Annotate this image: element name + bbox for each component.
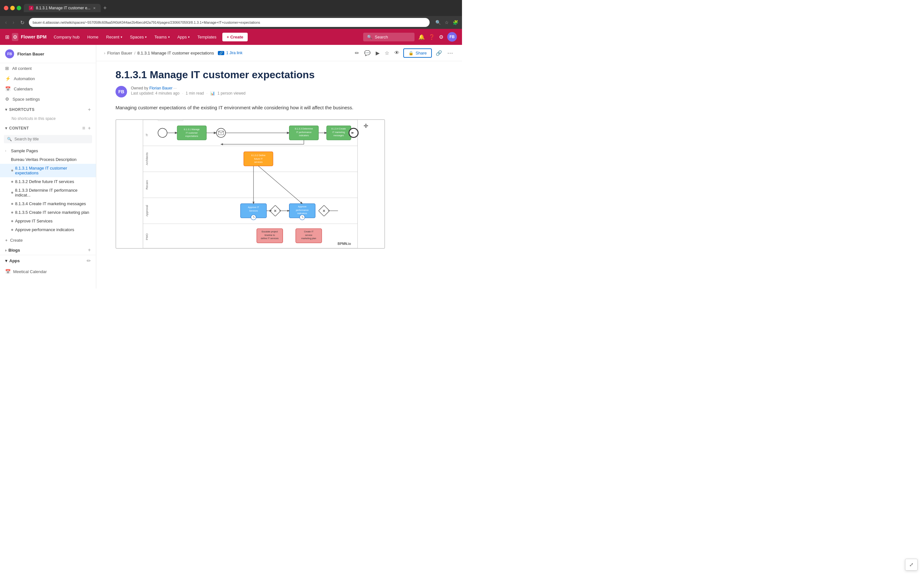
svg-point-19 <box>216 128 226 137</box>
sidebar-item-8133[interactable]: 8.1.3.3 Determine IT performance indicat… <box>0 186 96 199</box>
move-cursor-icon: ✛ <box>363 122 368 129</box>
close-dot[interactable] <box>4 6 8 10</box>
lightning-icon: ⚡ <box>5 76 11 81</box>
more-options-icon[interactable]: ⋯ <box>446 48 454 58</box>
new-tab-button[interactable]: + <box>103 5 107 11</box>
nav-right-area: 🔍 Search 🔔 ❓ ⚙ FB <box>363 32 457 42</box>
create-button[interactable]: + Create <box>222 33 248 41</box>
svg-text:performance: performance <box>296 209 309 211</box>
minimize-dot[interactable] <box>10 6 15 10</box>
apps-section-header: ▾ Apps ✏ <box>0 255 96 266</box>
search-box[interactable]: 🔍 Search <box>363 33 415 41</box>
sidebar-create-button[interactable]: + Create <box>0 235 96 245</box>
svg-rect-10 <box>143 224 357 248</box>
edit-apps-icon[interactable]: ✏ <box>87 258 91 264</box>
nav-home[interactable]: Home <box>84 33 102 41</box>
sidebar-tree: › Sample Pages Bureau Veritas Process De… <box>0 145 96 235</box>
sidebar-item-8134[interactable]: 8.1.3.4 Create IT marketing messages <box>0 199 96 208</box>
sidebar-app-meetical[interactable]: 📅 Meetical Calendar <box>0 266 96 277</box>
breadcrumb-parent[interactable]: Florian Bauer <box>107 51 132 55</box>
tab-close-button[interactable]: ✕ <box>93 6 95 10</box>
search-icon[interactable]: 🔍 <box>435 20 441 25</box>
share-label: Share <box>415 51 427 55</box>
sort-icon[interactable]: ≡ <box>82 125 85 131</box>
grid-icon[interactable]: ⊞ <box>5 34 9 40</box>
nav-apps[interactable]: Apps ▾ <box>174 33 193 41</box>
gear-icon[interactable]: ⚙ <box>12 33 18 41</box>
brand-name: Flower BPM <box>21 34 47 39</box>
calendar-app-icon: 📅 <box>5 269 11 274</box>
nav-templates[interactable]: Templates <box>194 33 220 41</box>
meta-more-icon[interactable]: ··· <box>174 86 177 90</box>
forward-button[interactable]: › <box>11 18 15 27</box>
refresh-button[interactable]: ↻ <box>19 18 26 27</box>
create-label: + Create <box>227 35 244 39</box>
bullet-icon <box>11 220 13 222</box>
sidebar-item-8131[interactable]: 8.1.3.1 Manage IT customer expectations <box>0 164 96 177</box>
add-content-icon[interactable]: + <box>88 125 91 131</box>
tree-item-label: Bureau Veritas Process Description <box>11 157 76 162</box>
share-button[interactable]: 🔒 Share <box>403 48 432 58</box>
help-icon[interactable]: ❓ <box>429 34 435 40</box>
notifications-icon[interactable]: 🔔 <box>418 34 425 40</box>
sidebar-item-label: Space settings <box>13 97 40 102</box>
author-avatar: FB <box>115 86 127 97</box>
sidebar-item-calendars[interactable]: 📅 Calendars <box>0 84 96 94</box>
svg-text:service: service <box>305 234 312 237</box>
browser-tab[interactable]: J 8.1.3.1 Manage IT customer e... ✕ <box>24 4 101 12</box>
link-icon[interactable]: 🔗 <box>435 49 443 57</box>
sidebar-search-area: 🔍 <box>0 133 96 145</box>
sidebar: FB Florian Bauer ⊞ All content ⚡ Automat… <box>0 45 96 288</box>
add-shortcut-icon[interactable]: + <box>88 107 91 113</box>
address-bar[interactable]: bauer-it.atlassian.net/wiki/spaces/~5570… <box>29 18 430 27</box>
breadcrumb-arrow-icon: › <box>104 51 105 55</box>
sidebar-item-8135[interactable]: 8.1.3.5 Create IT service marketing plan <box>0 208 96 217</box>
add-blog-icon[interactable]: + <box>88 247 91 253</box>
tree-item-label: 8.1.3.2 Define future IT services <box>15 179 74 184</box>
svg-text:Services: Services <box>249 210 258 212</box>
edit-icon[interactable]: ✏ <box>354 49 360 57</box>
settings-icon[interactable]: ⚙ <box>439 34 443 40</box>
sidebar-item-sample-pages[interactable]: › Sample Pages <box>0 147 96 155</box>
sidebar-item-automation[interactable]: ⚡ Automation <box>0 73 96 84</box>
back-button[interactable]: ‹ <box>4 18 8 27</box>
sidebar-item-8132[interactable]: 8.1.3.2 Define future IT services <box>0 177 96 186</box>
svg-text:IT marketing: IT marketing <box>333 131 345 134</box>
sidebar-user: FB Florian Bauer <box>0 45 96 63</box>
tab-title: 8.1.3.1 Manage IT customer e... <box>36 6 90 10</box>
content-actions: ≡ + <box>82 125 91 131</box>
nav-teams[interactable]: Teams ▾ <box>151 33 173 41</box>
bullet-icon <box>11 181 13 183</box>
comment-icon[interactable]: 💬 <box>363 49 372 57</box>
user-avatar[interactable]: FB <box>447 32 457 42</box>
star-icon[interactable]: ☆ <box>383 49 391 57</box>
avatar-initials: FB <box>449 35 455 39</box>
breadcrumb-current: 8.1.3.1 Manage IT customer expectations <box>137 51 214 55</box>
nav-company-hub[interactable]: Company hub <box>50 33 83 41</box>
svg-text:IT: IT <box>145 133 149 136</box>
jira-link[interactable]: 🔗 1 Jira link <box>218 51 242 55</box>
meta-author-link[interactable]: Florian Bauer <box>149 86 172 90</box>
sidebar-item-space-settings[interactable]: ⚙ Space settings <box>0 94 96 104</box>
sidebar-item-bureau-veritas[interactable]: Bureau Veritas Process Description <box>0 155 96 164</box>
page-content: 8.1.3.1 Manage IT customer expectations … <box>96 61 404 256</box>
maximize-dot[interactable] <box>17 6 21 10</box>
sidebar-item-approve-it[interactable]: Approve IT Services <box>0 217 96 226</box>
content-title: ▾ Content <box>5 126 29 131</box>
top-navigation: ⊞ ⚙ Flower BPM Company hub Home Recent ▾… <box>0 29 462 45</box>
nav-spaces[interactable]: Spaces ▾ <box>127 33 150 41</box>
extensions-icon[interactable]: 🧩 <box>453 20 458 25</box>
tree-item-label: 8.1.3.4 Create IT marketing messages <box>15 201 86 206</box>
watch-icon[interactable]: 👁 <box>393 49 401 57</box>
sidebar-item-approve-perf[interactable]: Approve performance indicators <box>0 226 96 234</box>
present-icon[interactable]: ▶ <box>375 49 381 57</box>
sidebar-item-all-content[interactable]: ⊞ All content <box>0 63 96 73</box>
app-label: Meetical Calendar <box>13 269 47 274</box>
sidebar-search-input[interactable] <box>15 137 89 141</box>
tree-item-label: Approve performance indicators <box>15 227 74 232</box>
nav-recent[interactable]: Recent ▾ <box>103 33 126 41</box>
blogs-section-header[interactable]: › Blogs + <box>0 245 96 255</box>
shortcuts-section-header[interactable]: ▾ Shortcuts + <box>0 104 96 115</box>
bookmark-icon[interactable]: ☆ <box>445 20 449 25</box>
sidebar-user-name: Florian Bauer <box>17 52 44 56</box>
